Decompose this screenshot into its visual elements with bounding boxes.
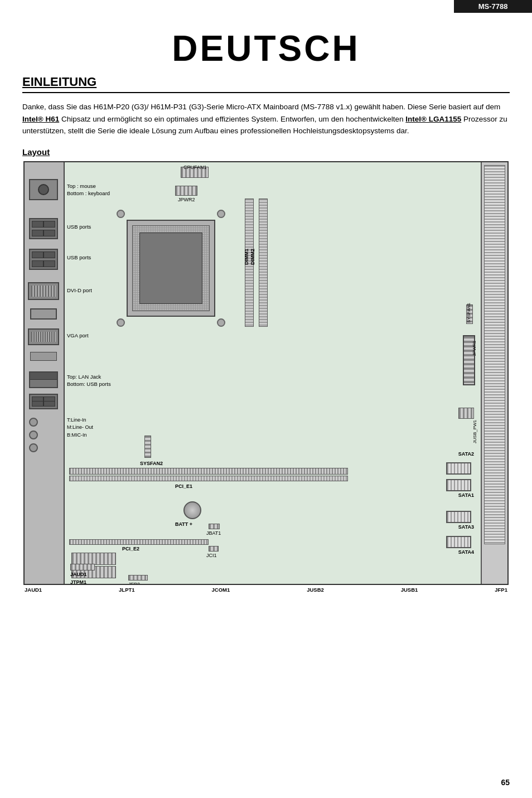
label-jusb1-bottom: JUSB1: [401, 587, 418, 593]
label-jbat1: JBAT1: [206, 530, 221, 536]
label-dimm12: DIMM1DIMM2: [244, 249, 256, 265]
label-jaud1-bottom: JAUD1: [25, 587, 42, 593]
jaud1-connector: [70, 564, 95, 570]
intro-paragraph: Danke, dass Sie das H61M-P20 (G3)/ H61M-…: [22, 101, 510, 137]
sysfan2-connector: [144, 436, 151, 458]
dimm2-slot: [259, 199, 268, 327]
label-jtpm1: JTPM1: [70, 579, 86, 585]
page-title: DEUTSCH: [22, 11, 510, 75]
jfp2-connector: [128, 575, 148, 581]
label-pcie1: PCI_E1: [175, 483, 192, 489]
board-diagram: Top : mouse Bottom : keyboard USB ports …: [23, 161, 509, 585]
label-mouse-keyboard: Top : mouse Bottom : keyboard: [67, 182, 110, 197]
page-number: 65: [501, 778, 510, 787]
label-jpwr2: JPWR2: [178, 197, 195, 202]
model-number: MS-7788: [454, 0, 532, 13]
bottom-labels-row: JAUD1 JLPT1 JCOM1 JUSB2 JUSB1 JFP1: [23, 587, 509, 593]
label-audio: T:Line-In M:Line- Out B:MIC-In: [67, 417, 93, 439]
battery: [183, 501, 201, 519]
label-jusb2-bottom: JUSB2: [307, 587, 324, 593]
label-vga-port: VGA port: [67, 332, 89, 338]
board-diagram-container: Top : mouse Bottom : keyboard USB ports …: [23, 161, 509, 593]
label-jcom1-bottom: JCOM1: [212, 587, 230, 593]
label-lan-jack: Top: LAN Jack Bottom: USB ports: [67, 373, 111, 388]
layout-title: Layout: [22, 147, 510, 157]
label-jpwr1: JPWR1: [472, 341, 477, 356]
label-usb-ports-2: USB ports: [67, 254, 91, 260]
pcie2-slot: [69, 539, 209, 545]
label-sata2: SATA2: [458, 451, 474, 457]
jusb-pw1-connector: [458, 408, 474, 419]
label-batt: BATT +: [175, 521, 192, 527]
label-dvi-port: DVI-D port: [67, 287, 92, 293]
label-jci1: JCI1: [206, 553, 217, 558]
section-heading: EINLEITUNG: [22, 75, 510, 93]
label-sysfan2: SYSFAN2: [140, 461, 163, 466]
cpu-socket-area: [117, 210, 225, 327]
label-jaud1: JAUD1: [70, 572, 87, 577]
label-jusb-pw1: JUSB_PW1: [472, 420, 477, 443]
label-jfp1-bottom: JFP1: [495, 587, 507, 593]
sata2-port: [446, 462, 471, 475]
jpwr2-connector: [175, 186, 197, 196]
label-sysfan1: SYSFAN1: [466, 303, 471, 323]
label-sata1: SATA1: [458, 492, 474, 498]
jbat1-connector: [209, 524, 220, 529]
label-cpufan1: CPUFAN1: [183, 165, 207, 170]
page-container: MS-7788 DEUTSCH EINLEITUNG Danke, dass S…: [0, 0, 532, 798]
jci1-connector: [209, 546, 219, 552]
pcie1-slot: [69, 468, 348, 475]
label-sata4: SATA4: [458, 549, 474, 555]
sata3-port: [446, 511, 471, 523]
label-usb-ports-1: USB ports: [67, 224, 91, 230]
label-pcie2: PCI_E2: [122, 546, 139, 552]
sata1-port: [446, 479, 471, 491]
pcie1-slot-2: [69, 476, 348, 481]
jtpm1-connector: [71, 553, 116, 565]
label-sata3: SATA3: [458, 524, 474, 530]
sata4-port: [446, 536, 471, 548]
label-jfp2: JFP2: [128, 582, 140, 585]
label-jlpt1-bottom: JLPT1: [119, 587, 135, 593]
